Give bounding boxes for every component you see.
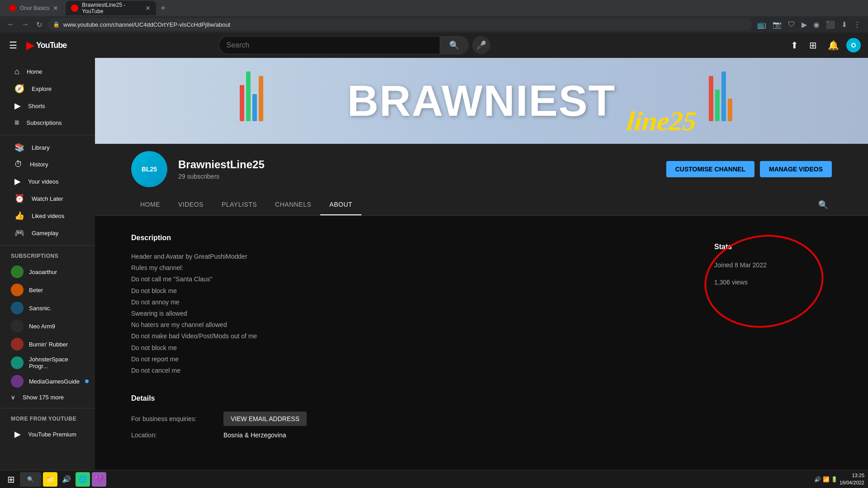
- hamburger-button[interactable]: ☰: [7, 38, 19, 52]
- address-bar: ← → ↻ 🔒 www.youtube.com/channel/UC4ddCOr…: [0, 16, 868, 33]
- sub-beter[interactable]: Beter: [0, 281, 95, 299]
- tab-home[interactable]: HOME: [131, 194, 169, 215]
- sidebar-item-home[interactable]: ⌂ Home: [4, 63, 91, 80]
- sidebar-item-history[interactable]: ⏱ History: [4, 156, 91, 173]
- sidebar-item-liked-videos[interactable]: 👍 Liked videos: [4, 207, 91, 224]
- download-icon[interactable]: ⬇: [840, 19, 849, 31]
- new-tab-button[interactable]: +: [158, 4, 168, 13]
- subscriptions-icon: ≡: [14, 118, 19, 128]
- photo-icon[interactable]: 📷: [771, 19, 783, 31]
- ext2-icon[interactable]: ◉: [811, 19, 821, 31]
- view-email-button[interactable]: VIEW EMAIL ADDRESS: [223, 412, 307, 426]
- sidebar-item-gameplay[interactable]: 🎮 Gameplay: [4, 224, 91, 242]
- show-more-label: Show 175 more: [23, 394, 64, 401]
- url-text: www.youtube.com/channel/UC4ddCOrtYEP-vls…: [63, 21, 746, 28]
- yt-premium-icon: ▶: [14, 429, 21, 439]
- notifications-button[interactable]: 🔔: [824, 36, 843, 54]
- sub-name-mediagamesguide: MediaGamesGuide: [29, 378, 80, 385]
- sidebar-item-yt-premium[interactable]: ▶ YouTube Premium: [4, 426, 91, 443]
- sidebar-label-library: Library: [32, 144, 50, 151]
- taskbar-file-explorer[interactable]: 📁: [43, 472, 57, 487]
- sidebar-label-explore: Explore: [32, 85, 52, 92]
- forward-button[interactable]: →: [20, 19, 31, 30]
- shorts-icon: ▶: [14, 101, 21, 111]
- stats-views: 1,306 views: [714, 277, 823, 287]
- sub-neoarm9[interactable]: Neo Arm9: [0, 317, 95, 335]
- subscriptions-section: SUBSCRIPTIONS: [0, 249, 95, 263]
- sub-name-beter: Beter: [29, 287, 43, 294]
- ext3-icon[interactable]: ⬛: [824, 19, 837, 31]
- search-taskbar-icon: 🔍: [27, 476, 34, 483]
- start-button[interactable]: ⊞: [4, 472, 18, 487]
- channel-search-button[interactable]: 🔍: [815, 196, 832, 213]
- back-button[interactable]: ←: [5, 19, 16, 30]
- taskbar-app-4[interactable]: 💜: [92, 472, 106, 487]
- taskbar-app-3[interactable]: 🌐: [76, 472, 90, 487]
- sub-joaoarthur[interactable]: Joaoarthur: [0, 263, 95, 281]
- channel-name: BrawniestLine25: [178, 158, 655, 171]
- tab-about[interactable]: ABOUT: [320, 194, 361, 215]
- sub-johnsterspace[interactable]: JohnsterSpace Progr...: [0, 353, 95, 372]
- search-button[interactable]: 🔍: [440, 36, 469, 54]
- sidebar-item-explore[interactable]: 🧭 Explore: [4, 80, 91, 97]
- show-more-button[interactable]: ∨ Show 175 more: [0, 390, 95, 404]
- tab-videos[interactable]: VIDEOS: [169, 194, 213, 215]
- reload-button[interactable]: ↻: [34, 19, 44, 31]
- taskbar-app-2[interactable]: 🔊: [59, 472, 74, 487]
- apps-button[interactable]: ⊞: [806, 36, 821, 54]
- upload-button[interactable]: ⬆: [787, 36, 802, 54]
- sidebar-label-subscriptions: Subscriptions: [27, 119, 62, 126]
- mic-icon: 🎤: [476, 40, 486, 50]
- yt-logo[interactable]: ▶ YouTube: [26, 39, 66, 52]
- desc-line-3: Do not block me: [131, 285, 678, 297]
- details-section: Details For business enquiries: VIEW EMA…: [131, 394, 678, 439]
- watch-later-icon: ⏰: [14, 194, 24, 204]
- tab-close-onur[interactable]: ✕: [53, 5, 58, 12]
- tab-bar: Onur Basics ✕ BrawniestLine25 - YouTube …: [0, 0, 868, 16]
- taskbar-search[interactable]: 🔍: [20, 472, 41, 487]
- settings-icon[interactable]: ⋮: [852, 19, 863, 31]
- youtube-container: ☰ ▶ YouTube 🔍 🎤 ⬆ ⊞ 🔔 O ⌂: [0, 33, 868, 488]
- url-box[interactable]: 🔒 www.youtube.com/channel/UC4ddCOrtYEP-v…: [47, 18, 752, 31]
- sidebar-label-gameplay: Gameplay: [32, 230, 58, 237]
- sub-sansnic[interactable]: Sansnic.: [0, 299, 95, 317]
- sub-mediagamesguide[interactable]: MediaGamesGuide: [0, 372, 95, 390]
- yt-search-bar: 🔍 🎤: [219, 36, 490, 54]
- tab-channels[interactable]: CHANNELS: [266, 194, 320, 215]
- sidebar-label-history: History: [30, 161, 48, 168]
- liked-videos-icon: 👍: [14, 211, 24, 221]
- tab-title-yt: BrawniestLine25 - YouTube: [82, 2, 142, 14]
- channel-avatar-text: BL25: [142, 166, 157, 173]
- description-text: Header and Avatar by GreatPushiModder Ru…: [131, 251, 678, 376]
- manage-videos-button[interactable]: MANAGE VIDEOS: [760, 161, 832, 177]
- sidebar-label-your-videos: Your videos: [28, 178, 58, 185]
- desc-line-8: Do not block me: [131, 342, 678, 354]
- cast-icon[interactable]: 📺: [755, 19, 768, 31]
- sidebar-item-subscriptions[interactable]: ≡ Subscriptions: [4, 114, 91, 131]
- sidebar-item-your-videos[interactable]: ▶ Your videos: [4, 173, 91, 190]
- yt-logo-text: YouTube: [36, 41, 66, 50]
- search-icon: 🔍: [449, 40, 459, 50]
- taskbar-time: 13:25 18/04/2022: [840, 472, 864, 486]
- user-avatar[interactable]: O: [846, 38, 861, 52]
- search-input[interactable]: [219, 36, 440, 54]
- about-content: Description Header and Avatar by GreatPu…: [95, 216, 868, 462]
- sidebar-item-library[interactable]: 📚 Library: [4, 139, 91, 156]
- subscriptions-title: SUBSCRIPTIONS: [11, 253, 84, 259]
- sidebar-item-shorts[interactable]: ▶ Shorts: [4, 97, 91, 114]
- tab-yt[interactable]: BrawniestLine25 - YouTube ✕: [66, 1, 156, 15]
- sub-name-sansnic: Sansnic.: [29, 305, 52, 312]
- customise-channel-button[interactable]: CUSTOMISE CHANNEL: [666, 161, 754, 177]
- tab-playlists[interactable]: PLAYLISTS: [213, 194, 266, 215]
- ext1-icon[interactable]: ▶: [800, 19, 809, 31]
- gameplay-icon: 🎮: [14, 228, 24, 238]
- tab-close-yt[interactable]: ✕: [145, 5, 151, 12]
- stats-box: Stats Joined 8 Mar 2022 1,306 views: [705, 234, 832, 304]
- shield-icon[interactable]: 🛡: [786, 19, 797, 30]
- sidebar-label-shorts: Shorts: [28, 103, 45, 109]
- sub-burnin-rubber[interactable]: Burnin' Rubber: [0, 335, 95, 353]
- tab-onur[interactable]: Onur Basics ✕: [4, 1, 64, 15]
- mic-button[interactable]: 🎤: [472, 36, 490, 54]
- sidebar-item-watch-later[interactable]: ⏰ Watch Later: [4, 190, 91, 207]
- sidebar-label-liked-videos: Liked videos: [32, 213, 64, 219]
